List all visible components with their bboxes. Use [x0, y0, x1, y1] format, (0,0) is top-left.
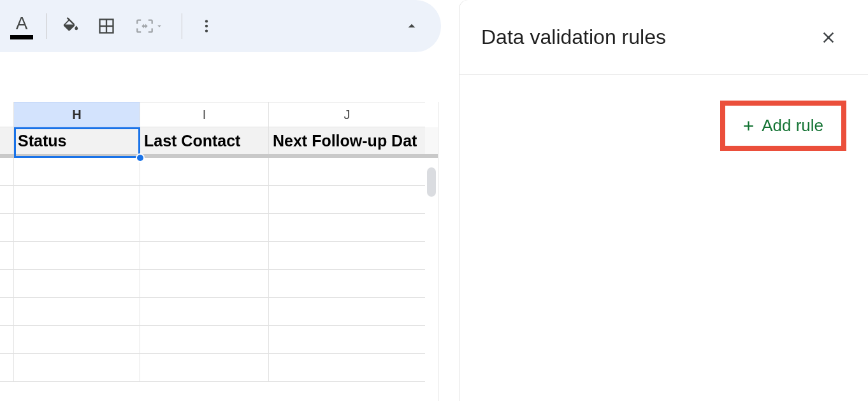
- more-options-button[interactable]: [189, 8, 224, 44]
- row-number[interactable]: [0, 127, 14, 154]
- row-number[interactable]: [0, 298, 14, 326]
- cell[interactable]: [269, 270, 425, 298]
- data-validation-panel: Data validation rules + Add rule: [459, 0, 868, 401]
- svg-point-5: [205, 29, 208, 32]
- corner-cell[interactable]: [0, 102, 14, 127]
- cell[interactable]: [140, 354, 269, 382]
- cell-j-header[interactable]: Next Follow-up Dat: [269, 127, 425, 154]
- header-data-row: Status Last Contact Next Follow-up Dat: [0, 127, 438, 158]
- table-row: [0, 298, 438, 326]
- row-number[interactable]: [0, 326, 14, 354]
- cell[interactable]: [140, 186, 269, 214]
- text-color-icon: A: [16, 13, 28, 34]
- panel-header: Data validation rules: [459, 0, 868, 75]
- cell[interactable]: [269, 242, 425, 270]
- cell[interactable]: [269, 298, 425, 326]
- row-number[interactable]: [0, 186, 14, 214]
- toolbar-separator: [182, 13, 182, 39]
- table-row: [0, 354, 438, 382]
- formatting-toolbar: A: [0, 0, 441, 52]
- cell-h-header[interactable]: Status: [14, 127, 140, 154]
- close-icon: [820, 29, 837, 46]
- borders-icon: [98, 17, 115, 35]
- table-row: [0, 186, 438, 214]
- tutorial-highlight: + Add rule: [720, 101, 846, 151]
- row-number[interactable]: [0, 214, 14, 242]
- cell[interactable]: [140, 270, 269, 298]
- add-rule-label: Add rule: [762, 116, 823, 136]
- cell[interactable]: [269, 214, 425, 242]
- cell[interactable]: [14, 158, 140, 186]
- row-number[interactable]: [0, 270, 14, 298]
- cell[interactable]: [269, 354, 425, 382]
- row-number[interactable]: [0, 158, 14, 186]
- text-color-swatch: [10, 35, 33, 39]
- cell[interactable]: [14, 354, 140, 382]
- spreadsheet-grid[interactable]: H I J Status Last Contact Next Follow-up…: [0, 102, 438, 401]
- cell[interactable]: [14, 270, 140, 298]
- cell[interactable]: [269, 326, 425, 354]
- cell[interactable]: [140, 326, 269, 354]
- cell[interactable]: [140, 214, 269, 242]
- collapse-toolbar-button[interactable]: [394, 8, 430, 44]
- column-header-h[interactable]: H: [14, 102, 140, 127]
- table-row: [0, 158, 438, 186]
- panel-body: + Add rule: [459, 75, 868, 176]
- cell[interactable]: [269, 158, 425, 186]
- column-header-row: H I J: [0, 102, 438, 127]
- more-vertical-icon: [198, 18, 215, 34]
- cell[interactable]: [14, 242, 140, 270]
- cell[interactable]: [14, 186, 140, 214]
- panel-title: Data validation rules: [481, 25, 666, 49]
- toolbar-separator: [46, 13, 47, 39]
- merge-cells-icon: [136, 17, 154, 35]
- add-rule-button[interactable]: + Add rule: [737, 111, 830, 141]
- svg-point-3: [205, 20, 208, 22]
- svg-point-4: [205, 25, 208, 27]
- fill-color-icon: [61, 17, 80, 36]
- cell[interactable]: [140, 158, 269, 186]
- text-color-button[interactable]: A: [4, 8, 40, 44]
- cell-i-header[interactable]: Last Contact: [140, 127, 269, 154]
- column-header-j[interactable]: J: [269, 102, 425, 127]
- cell[interactable]: [14, 298, 140, 326]
- cell[interactable]: [14, 214, 140, 242]
- row-number[interactable]: [0, 354, 14, 382]
- cell[interactable]: [140, 298, 269, 326]
- table-row: [0, 242, 438, 270]
- plus-icon: +: [743, 116, 755, 136]
- chevron-down-icon: [155, 22, 164, 31]
- cell[interactable]: [269, 186, 425, 214]
- table-row: [0, 214, 438, 242]
- fill-color-button[interactable]: [53, 8, 89, 44]
- close-panel-button[interactable]: [817, 26, 840, 49]
- table-row: [0, 270, 438, 298]
- selection-fill-handle[interactable]: [136, 153, 145, 162]
- column-header-i[interactable]: I: [140, 102, 269, 127]
- row-number[interactable]: [0, 242, 14, 270]
- vertical-scrollbar-thumb[interactable]: [427, 167, 436, 197]
- cell[interactable]: [14, 326, 140, 354]
- merge-cells-button[interactable]: [124, 8, 175, 44]
- chevron-up-icon: [403, 18, 420, 34]
- cell[interactable]: [140, 242, 269, 270]
- table-row: [0, 326, 438, 354]
- borders-button[interactable]: [89, 8, 124, 44]
